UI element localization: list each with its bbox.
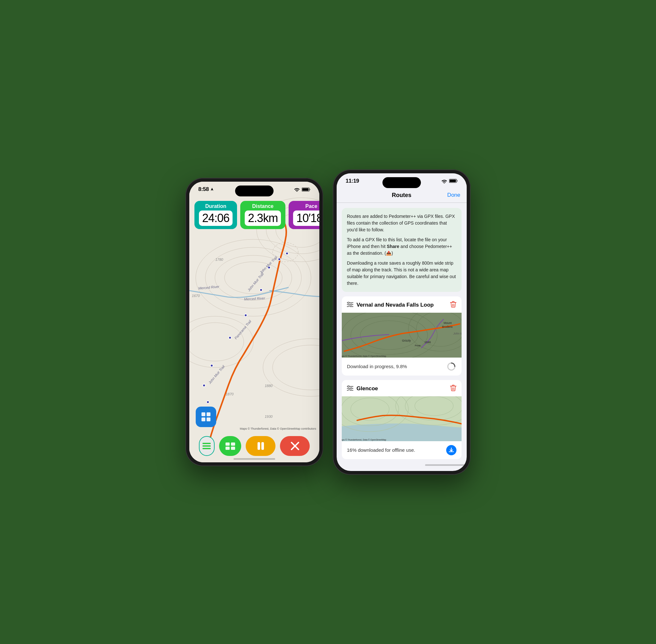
svg-text:Grizzly: Grizzly bbox=[402, 339, 411, 342]
location-arrow-icon bbox=[210, 187, 214, 191]
spinner-icon bbox=[447, 362, 456, 371]
route-name-2: Glencoe bbox=[356, 386, 447, 392]
distance-value-box: 2.3km bbox=[245, 210, 281, 226]
svg-rect-16 bbox=[207, 412, 210, 416]
svg-point-53 bbox=[348, 386, 349, 387]
svg-rect-26 bbox=[258, 442, 260, 450]
routes-content: Routes are added to Pedometer++ via GPX … bbox=[337, 203, 467, 464]
map-squares-icon bbox=[225, 442, 236, 450]
svg-rect-25 bbox=[231, 446, 235, 450]
distance-value: 2.3km bbox=[248, 212, 278, 224]
route-dot-1 bbox=[206, 400, 210, 404]
route-name-1: Vernal and Nevada Falls Loop bbox=[356, 302, 447, 308]
sliders-icon-1 bbox=[347, 302, 353, 307]
label-1780: 1780 bbox=[215, 258, 223, 261]
trash-icon-1 bbox=[450, 301, 456, 308]
svg-text:Broderic: Broderic bbox=[442, 325, 453, 328]
pace-value-box: 10′18″ bbox=[293, 210, 319, 226]
svg-rect-23 bbox=[231, 442, 235, 446]
status-icons-2 bbox=[441, 179, 458, 183]
info-card: Routes are added to Pedometer++ via GPX … bbox=[342, 208, 462, 292]
dynamic-island-1 bbox=[235, 185, 274, 197]
route-filter-icon-2 bbox=[347, 386, 353, 392]
route-dot-4 bbox=[228, 336, 232, 339]
phone-2: 11:19 Routes Done Routes are added to Pe… bbox=[333, 169, 471, 475]
stop-button[interactable] bbox=[280, 436, 310, 456]
svg-point-35 bbox=[350, 304, 352, 305]
download-button-route-2[interactable] bbox=[446, 445, 456, 455]
pace-label: Pace bbox=[293, 204, 319, 209]
svg-rect-1 bbox=[302, 188, 309, 191]
svg-text:Maps © Thunderforest, Data © O: Maps © Thunderforest, Data © OpenStreetM… bbox=[342, 355, 386, 358]
done-button[interactable]: Done bbox=[447, 192, 460, 198]
status-icons-1 bbox=[294, 187, 310, 191]
pace-widget: Pace 10′18″ bbox=[288, 201, 319, 229]
label-1870: 1870 bbox=[226, 392, 234, 396]
svg-rect-24 bbox=[226, 446, 230, 450]
dynamic-island-2 bbox=[382, 177, 421, 188]
map-attribution: Maps © Thunderforest, Data © OpenStreetM… bbox=[240, 427, 316, 430]
list-button[interactable] bbox=[199, 436, 215, 456]
label-1670: 1670 bbox=[192, 294, 200, 298]
stop-x-icon bbox=[291, 442, 299, 450]
svg-rect-17 bbox=[202, 417, 205, 421]
duration-label: Duration bbox=[199, 204, 233, 209]
route-thumb-svg-2: Maps © Thunderforest, Data © OpenStreetM… bbox=[342, 396, 462, 441]
route-card-2-footer: 16% downloaded for offline use. bbox=[342, 441, 462, 459]
svg-point-37 bbox=[349, 306, 350, 307]
svg-rect-18 bbox=[207, 417, 210, 421]
phone-1-screen: 8:58 bbox=[189, 182, 319, 462]
map-grid-icon bbox=[200, 411, 212, 422]
home-indicator-1 bbox=[234, 458, 275, 460]
pause-button[interactable] bbox=[246, 436, 276, 456]
route-map-thumb-2: Maps © Thunderforest, Data © OpenStreetM… bbox=[342, 396, 462, 441]
svg-text:Maps © Thunderforest, Data © O: Maps © Thunderforest, Data © OpenStreetM… bbox=[342, 439, 386, 441]
svg-text:Mount: Mount bbox=[444, 321, 452, 325]
delete-route-2-button[interactable] bbox=[450, 385, 456, 393]
map-toggle-button[interactable] bbox=[219, 436, 241, 456]
stats-row: Duration 24:06 Distance 2.3km Pace 10′18… bbox=[194, 201, 319, 229]
duration-value-box: 24:06 bbox=[199, 210, 233, 226]
svg-rect-15 bbox=[202, 412, 205, 416]
map-app-icon-button[interactable] bbox=[196, 407, 216, 427]
toolbar bbox=[189, 436, 319, 456]
distance-label: Distance bbox=[245, 204, 281, 209]
info-para-1: Routes are added to Pedometer++ via GPX … bbox=[347, 213, 456, 233]
svg-rect-27 bbox=[261, 442, 264, 450]
download-icon bbox=[448, 447, 454, 453]
route-dot-2 bbox=[203, 384, 206, 387]
svg-rect-20 bbox=[203, 445, 211, 446]
route-card-1-header: Vernal and Nevada Falls Loop bbox=[342, 296, 462, 313]
route-card-1-footer: Download in progress, 9.8% bbox=[342, 358, 462, 375]
trash-icon-2 bbox=[450, 385, 456, 392]
phone-1: 8:58 bbox=[185, 178, 323, 466]
home-indicator-2 bbox=[425, 464, 467, 466]
battery-icon-2 bbox=[449, 179, 458, 183]
svg-text:1846: 1846 bbox=[424, 341, 431, 344]
svg-text:Peak: Peak bbox=[415, 344, 421, 347]
route-action-spinner-1 bbox=[446, 362, 456, 372]
phone-2-screen: 11:19 Routes Done Routes are added to Pe… bbox=[337, 173, 467, 471]
route-status-1: Download in progress, 9.8% bbox=[347, 364, 407, 369]
route-filter-icon-1 bbox=[347, 302, 353, 308]
route-map-thumb-1: Grizzly Peak Mount Broderic 1846 John Mu… bbox=[342, 313, 462, 358]
list-icon bbox=[203, 443, 211, 449]
delete-route-1-button[interactable] bbox=[450, 301, 456, 309]
info-para-2: To add a GPX file to this list, locate t… bbox=[347, 236, 456, 257]
status-time-2: 11:19 bbox=[346, 178, 359, 184]
svg-point-55 bbox=[350, 387, 352, 389]
map-view: Merced River Merced River John Muir Trai… bbox=[189, 182, 319, 462]
route-dot-8 bbox=[278, 258, 281, 261]
wifi-icon bbox=[294, 187, 300, 191]
duration-widget: Duration 24:06 bbox=[194, 201, 237, 229]
svg-rect-31 bbox=[450, 180, 456, 182]
info-para-3: Downloading a route saves a roughly 800m… bbox=[347, 260, 456, 287]
svg-point-33 bbox=[348, 302, 349, 303]
svg-rect-21 bbox=[203, 448, 211, 449]
status-time-1: 8:58 bbox=[198, 186, 209, 192]
distance-widget: Distance 2.3km bbox=[240, 201, 285, 229]
svg-text:John Muir: John Muir bbox=[453, 332, 462, 335]
pace-value: 10′18″ bbox=[296, 212, 319, 224]
route-card-1: Vernal and Nevada Falls Loop bbox=[342, 296, 462, 375]
route-card-2-header: Glencoe bbox=[342, 380, 462, 396]
